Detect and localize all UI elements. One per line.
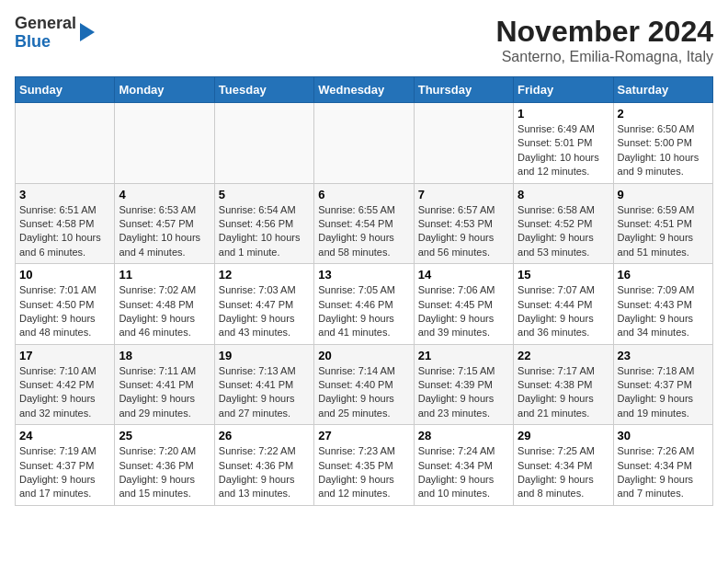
calendar-cell: 9Sunrise: 6:59 AM Sunset: 4:51 PM Daylig…: [613, 183, 712, 264]
day-info: Sunrise: 7:14 AM Sunset: 4:40 PM Dayligh…: [318, 364, 409, 421]
day-number: 29: [518, 429, 609, 442]
calendar-cell: [16, 103, 115, 184]
day-number: 21: [418, 349, 509, 362]
day-number: 9: [618, 188, 709, 201]
day-info: Sunrise: 7:05 AM Sunset: 4:46 PM Dayligh…: [318, 283, 409, 340]
day-number: 16: [618, 268, 709, 282]
day-number: 7: [418, 188, 509, 201]
calendar-cell: 21Sunrise: 7:15 AM Sunset: 4:39 PM Dayli…: [414, 344, 513, 425]
day-info: Sunrise: 6:54 AM Sunset: 4:56 PM Dayligh…: [219, 203, 310, 260]
day-number: 14: [418, 268, 509, 282]
day-number: 4: [119, 188, 210, 201]
calendar-cell: 19Sunrise: 7:13 AM Sunset: 4:41 PM Dayli…: [214, 344, 313, 425]
calendar-cell: 14Sunrise: 7:06 AM Sunset: 4:45 PM Dayli…: [414, 264, 513, 345]
calendar-cell: 25Sunrise: 7:20 AM Sunset: 4:36 PM Dayli…: [115, 425, 214, 506]
day-info: Sunrise: 7:23 AM Sunset: 4:35 PM Dayligh…: [318, 444, 409, 501]
header-day-sunday: Sunday: [16, 77, 115, 103]
day-info: Sunrise: 6:53 AM Sunset: 4:57 PM Dayligh…: [119, 203, 210, 260]
day-info: Sunrise: 7:02 AM Sunset: 4:48 PM Dayligh…: [119, 283, 210, 340]
day-number: 28: [418, 429, 509, 442]
calendar-cell: 23Sunrise: 7:18 AM Sunset: 4:37 PM Dayli…: [613, 344, 712, 425]
day-info: Sunrise: 7:09 AM Sunset: 4:43 PM Dayligh…: [618, 283, 709, 340]
day-number: 22: [518, 349, 609, 362]
calendar-cell: [414, 103, 513, 184]
day-info: Sunrise: 7:22 AM Sunset: 4:36 PM Dayligh…: [219, 444, 310, 501]
day-number: 19: [219, 349, 310, 362]
calendar-week-row: 3Sunrise: 6:51 AM Sunset: 4:58 PM Daylig…: [16, 183, 713, 264]
calendar-cell: 18Sunrise: 7:11 AM Sunset: 4:41 PM Dayli…: [115, 344, 214, 425]
day-info: Sunrise: 6:57 AM Sunset: 4:53 PM Dayligh…: [418, 203, 509, 260]
calendar-table: SundayMondayTuesdayWednesdayThursdayFrid…: [15, 76, 713, 506]
day-number: 3: [19, 188, 110, 201]
day-number: 13: [318, 268, 409, 282]
logo-arrow-icon: [80, 23, 95, 41]
calendar-cell: 30Sunrise: 7:26 AM Sunset: 4:34 PM Dayli…: [613, 425, 712, 506]
calendar-cell: 13Sunrise: 7:05 AM Sunset: 4:46 PM Dayli…: [314, 264, 414, 345]
day-number: 2: [618, 107, 709, 121]
header-day-friday: Friday: [514, 77, 613, 103]
calendar-week-row: 17Sunrise: 7:10 AM Sunset: 4:42 PM Dayli…: [16, 344, 713, 425]
header-day-tuesday: Tuesday: [214, 77, 313, 103]
day-info: Sunrise: 7:15 AM Sunset: 4:39 PM Dayligh…: [418, 364, 509, 421]
calendar-cell: 6Sunrise: 6:55 AM Sunset: 4:54 PM Daylig…: [314, 183, 414, 264]
day-number: 17: [19, 349, 110, 362]
day-info: Sunrise: 6:49 AM Sunset: 5:01 PM Dayligh…: [518, 122, 609, 179]
header-day-saturday: Saturday: [613, 77, 712, 103]
day-info: Sunrise: 7:20 AM Sunset: 4:36 PM Dayligh…: [119, 444, 210, 501]
day-info: Sunrise: 6:58 AM Sunset: 4:52 PM Dayligh…: [518, 203, 609, 260]
calendar-cell: 26Sunrise: 7:22 AM Sunset: 4:36 PM Dayli…: [214, 425, 313, 506]
calendar-cell: 16Sunrise: 7:09 AM Sunset: 4:43 PM Dayli…: [613, 264, 712, 345]
location-subtitle: Santerno, Emilia-Romagna, Italy: [495, 49, 713, 65]
page-header: General Blue November 2024 Santerno, Emi…: [15, 15, 713, 65]
title-area: November 2024 Santerno, Emilia-Romagna, …: [495, 15, 713, 65]
day-number: 24: [19, 429, 110, 442]
calendar-week-row: 24Sunrise: 7:19 AM Sunset: 4:37 PM Dayli…: [16, 425, 713, 506]
day-number: 12: [219, 268, 310, 282]
day-info: Sunrise: 7:06 AM Sunset: 4:45 PM Dayligh…: [418, 283, 509, 340]
day-info: Sunrise: 7:17 AM Sunset: 4:38 PM Dayligh…: [518, 364, 609, 421]
header-day-wednesday: Wednesday: [314, 77, 414, 103]
day-info: Sunrise: 7:24 AM Sunset: 4:34 PM Dayligh…: [418, 444, 509, 501]
day-info: Sunrise: 7:26 AM Sunset: 4:34 PM Dayligh…: [618, 444, 709, 501]
calendar-cell: [115, 103, 214, 184]
calendar-cell: 7Sunrise: 6:57 AM Sunset: 4:53 PM Daylig…: [414, 183, 513, 264]
day-number: 25: [119, 429, 210, 442]
calendar-cell: 29Sunrise: 7:25 AM Sunset: 4:34 PM Dayli…: [514, 425, 613, 506]
day-info: Sunrise: 7:11 AM Sunset: 4:41 PM Dayligh…: [119, 364, 210, 421]
day-info: Sunrise: 6:55 AM Sunset: 4:54 PM Dayligh…: [318, 203, 409, 260]
calendar-week-row: 1Sunrise: 6:49 AM Sunset: 5:01 PM Daylig…: [16, 103, 713, 184]
day-number: 1: [518, 107, 609, 121]
day-info: Sunrise: 6:59 AM Sunset: 4:51 PM Dayligh…: [618, 203, 709, 260]
calendar-cell: 4Sunrise: 6:53 AM Sunset: 4:57 PM Daylig…: [115, 183, 214, 264]
day-info: Sunrise: 7:07 AM Sunset: 4:44 PM Dayligh…: [518, 283, 609, 340]
day-number: 18: [119, 349, 210, 362]
day-number: 27: [318, 429, 409, 442]
calendar-cell: 1Sunrise: 6:49 AM Sunset: 5:01 PM Daylig…: [514, 103, 613, 184]
calendar-cell: 27Sunrise: 7:23 AM Sunset: 4:35 PM Dayli…: [314, 425, 414, 506]
logo-blue: Blue: [15, 32, 51, 51]
day-info: Sunrise: 7:03 AM Sunset: 4:47 PM Dayligh…: [219, 283, 310, 340]
calendar-cell: 20Sunrise: 7:14 AM Sunset: 4:40 PM Dayli…: [314, 344, 414, 425]
calendar-cell: 2Sunrise: 6:50 AM Sunset: 5:00 PM Daylig…: [613, 103, 712, 184]
calendar-cell: 24Sunrise: 7:19 AM Sunset: 4:37 PM Dayli…: [16, 425, 115, 506]
calendar-cell: [314, 103, 414, 184]
day-number: 20: [318, 349, 409, 362]
calendar-cell: 28Sunrise: 7:24 AM Sunset: 4:34 PM Dayli…: [414, 425, 513, 506]
day-info: Sunrise: 7:10 AM Sunset: 4:42 PM Dayligh…: [19, 364, 110, 421]
day-number: 8: [518, 188, 609, 201]
logo: General Blue: [15, 15, 95, 52]
header-day-thursday: Thursday: [414, 77, 513, 103]
day-number: 10: [19, 268, 110, 282]
day-number: 11: [119, 268, 210, 282]
calendar-cell: 10Sunrise: 7:01 AM Sunset: 4:50 PM Dayli…: [16, 264, 115, 345]
month-title: November 2024: [495, 15, 713, 49]
day-info: Sunrise: 7:13 AM Sunset: 4:41 PM Dayligh…: [219, 364, 310, 421]
day-info: Sunrise: 7:18 AM Sunset: 4:37 PM Dayligh…: [618, 364, 709, 421]
calendar-cell: 15Sunrise: 7:07 AM Sunset: 4:44 PM Dayli…: [514, 264, 613, 345]
header-day-monday: Monday: [115, 77, 214, 103]
day-info: Sunrise: 6:51 AM Sunset: 4:58 PM Dayligh…: [19, 203, 110, 260]
calendar-cell: 12Sunrise: 7:03 AM Sunset: 4:47 PM Dayli…: [214, 264, 313, 345]
day-info: Sunrise: 7:01 AM Sunset: 4:50 PM Dayligh…: [19, 283, 110, 340]
calendar-week-row: 10Sunrise: 7:01 AM Sunset: 4:50 PM Dayli…: [16, 264, 713, 345]
calendar-cell: 17Sunrise: 7:10 AM Sunset: 4:42 PM Dayli…: [16, 344, 115, 425]
